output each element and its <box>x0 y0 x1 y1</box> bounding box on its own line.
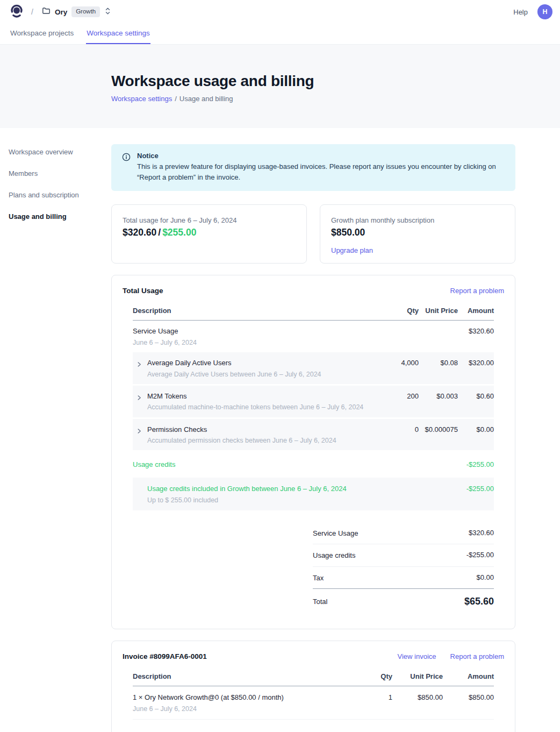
breadcrumb: Workspace settings/Usage and billing <box>111 95 560 103</box>
col-amount: Amount <box>458 307 494 315</box>
total-usage-value: $320.60/$255.00 <box>123 227 296 238</box>
summary-row-service-usage: Service Usage $320.60 <box>313 522 494 545</box>
main-content: Notice This is a preview feature for dis… <box>111 128 515 732</box>
view-invoice-link[interactable]: View invoice <box>398 652 436 660</box>
settings-sidebar: Workspace overview Members Plans and sub… <box>0 128 111 732</box>
folder-icon <box>42 6 51 17</box>
col-unit-price: Unit Price <box>419 307 458 315</box>
plan-label: Growth plan monthly subscription <box>331 216 504 224</box>
workspace-switcher[interactable]: Ory Growth <box>41 4 112 19</box>
hero: Workspace usage and billing Workspace se… <box>0 45 560 128</box>
col-description: Description <box>133 672 363 680</box>
breadcrumb-slash: / <box>31 8 33 16</box>
breadcrumb-separator: / <box>175 95 177 103</box>
sidebar-item-plans-and-subscription[interactable]: Plans and subscription <box>9 187 111 202</box>
table-row-m2m-tokens[interactable]: M2M Tokens Accumulated machine-to-machin… <box>133 386 494 417</box>
sidebar-item-workspace-overview[interactable]: Workspace overview <box>9 144 111 159</box>
usage-card-title: Total Usage <box>123 287 163 295</box>
chevron-right-icon[interactable] <box>133 390 147 401</box>
topbar: / Ory Growth Help H <box>0 0 560 24</box>
table-row-permission-checks[interactable]: Permission Checks Accumulated permission… <box>133 419 494 451</box>
usage-credit-amount: $255.00 <box>162 227 196 238</box>
plan-badge: Growth <box>71 6 100 17</box>
page-title: Workspace usage and billing <box>111 73 560 90</box>
breadcrumb-link-workspace-settings[interactable]: Workspace settings <box>111 95 172 103</box>
chevron-right-icon[interactable] <box>133 357 147 367</box>
org-name: Ory <box>55 8 67 16</box>
user-avatar[interactable]: H <box>537 4 552 19</box>
plan-subscription-card: Growth plan monthly subscription $850.00… <box>320 204 515 264</box>
upgrade-plan-link[interactable]: Upgrade plan <box>331 246 373 254</box>
plan-amount: $850.00 <box>331 227 504 238</box>
invoice-line-item: 1 × Ory Network Growth@0 (at $850.00 / m… <box>133 686 494 720</box>
invoice-card: Invoice #8099AFA6-0001 View invoice Repo… <box>111 641 515 732</box>
info-icon <box>122 153 131 183</box>
table-row-usage-credits: Usage credits -$255.00 <box>133 452 494 477</box>
col-unit-price: Unit Price <box>392 672 443 680</box>
invoice-table: Description Qty Unit Price Amount 1 × Or… <box>112 666 515 732</box>
invoice-title: Invoice #8099AFA6-0001 <box>123 652 207 660</box>
usage-summary: Service Usage $320.60 Usage credits -$25… <box>313 522 494 608</box>
notice-banner: Notice This is a preview feature for dis… <box>111 144 515 191</box>
tab-workspace-projects[interactable]: Workspace projects <box>10 25 74 44</box>
page: / Ory Growth Help H <box>0 0 560 732</box>
table-row-average-daily-active-users[interactable]: Average Daily Active Users Average Daily… <box>133 352 494 384</box>
total-usage-card: Total usage for June 6 – July 6, 2024 $3… <box>111 204 307 264</box>
table-row-service-usage: Service Usage June 6 – July 6, 2024 $320… <box>133 321 494 352</box>
total-usage-invoice-card: Total Usage Report a problem Description… <box>111 275 515 629</box>
sidebar-item-members[interactable]: Members <box>9 166 111 181</box>
total-usage-label: Total usage for June 6 – July 6, 2024 <box>123 216 296 224</box>
summary-row-tax: Tax $0.00 <box>313 567 494 589</box>
usage-amount: $320.60 <box>123 227 156 238</box>
usage-separator: / <box>158 227 161 238</box>
chevron-right-icon[interactable] <box>133 424 147 434</box>
invoice-table-header: Description Qty Unit Price Amount <box>133 666 494 686</box>
sidebar-item-usage-and-billing[interactable]: Usage and billing <box>9 209 111 224</box>
usage-table: Description Qty Unit Price Amount Servic… <box>112 300 515 607</box>
col-qty: Qty <box>363 672 392 680</box>
notice-body: This is a preview feature for displaying… <box>137 161 502 183</box>
report-problem-link[interactable]: Report a problem <box>450 287 504 295</box>
help-link[interactable]: Help <box>513 8 528 16</box>
tabbar: Workspace projects Workspace settings <box>0 24 560 45</box>
breadcrumb-current: Usage and billing <box>180 95 233 103</box>
summary-row-usage-credits: Usage credits -$255.00 <box>313 544 494 567</box>
col-description: Description <box>133 307 386 315</box>
usage-table-header: Description Qty Unit Price Amount <box>133 300 494 321</box>
summary-total: Total $65.60 <box>313 589 494 607</box>
col-amount: Amount <box>443 672 494 680</box>
selector-chevrons-icon[interactable] <box>104 7 111 17</box>
report-problem-link[interactable]: Report a problem <box>450 652 504 660</box>
ory-logo-icon[interactable] <box>10 4 24 20</box>
col-qty: Qty <box>386 307 419 315</box>
table-row-usage-credits-included: Usage credits included in Growth between… <box>133 478 494 510</box>
notice-title: Notice <box>137 152 502 160</box>
tab-workspace-settings[interactable]: Workspace settings <box>86 25 150 44</box>
